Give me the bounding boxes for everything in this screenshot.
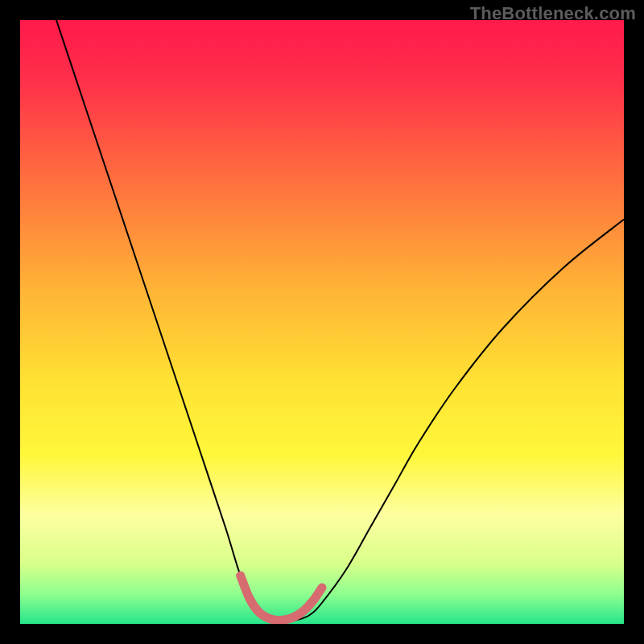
watermark-text: TheBottleneck.com xyxy=(470,3,636,24)
chart-frame: TheBottleneck.com xyxy=(0,0,644,644)
bottom-marker xyxy=(241,576,322,621)
curve-layer xyxy=(20,20,624,624)
plot-area xyxy=(20,20,624,624)
bottleneck-curve xyxy=(56,20,624,621)
